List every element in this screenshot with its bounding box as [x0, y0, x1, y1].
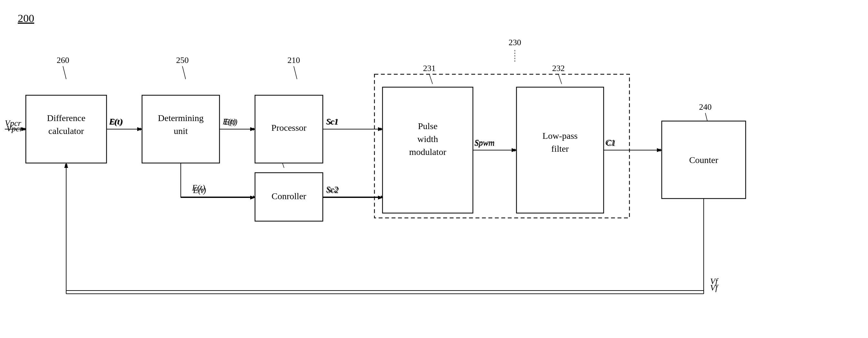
label-sc2: Sc2	[327, 186, 339, 195]
label-sc1: Sc1	[327, 117, 339, 127]
block-det-unit-label1: Determining	[158, 113, 204, 123]
label-vf: Vf	[710, 277, 719, 286]
label-et-third: E(t)	[193, 186, 206, 195]
block-lpf-label2: filter	[551, 144, 569, 154]
label-vpcr: Vpcr	[5, 119, 21, 128]
block-det-unit-label2: unit	[174, 126, 188, 136]
block-lpf-label1: Low-pass	[542, 131, 578, 141]
svg-line-0	[63, 66, 66, 79]
label-et-second: E(t)	[224, 117, 237, 127]
svg-line-2	[294, 66, 297, 79]
block-processor-label: Processor	[272, 123, 307, 133]
block-controller-label: Conroller	[272, 191, 306, 201]
block-counter-label: Counter	[689, 155, 718, 165]
block-pwm-label3: modulator	[409, 147, 446, 157]
ref-232: 232	[552, 64, 565, 73]
svg-line-1	[182, 66, 186, 79]
block-pwm-label1: Pulse	[418, 121, 438, 131]
svg-line-6	[558, 74, 562, 84]
diagram-container: 200 260 250 210 220 230 231 232 240 Diff…	[0, 0, 868, 338]
ref-240: 240	[699, 102, 712, 112]
diagram-title: 200	[18, 12, 34, 24]
ref-250: 250	[176, 56, 189, 65]
block-diff-calc-label2: calculator	[49, 126, 84, 136]
ref-210: 210	[288, 56, 300, 65]
label-et-first: E(t)	[110, 117, 123, 127]
ref-231: 231	[423, 64, 436, 73]
block-diff-calc-label1: Difference	[47, 113, 85, 123]
svg-line-5	[429, 74, 433, 84]
label-spwm: Spwm	[474, 139, 495, 148]
ref-230: 230	[509, 38, 521, 47]
ref-260: 260	[57, 56, 69, 65]
label-c1: C1	[606, 139, 616, 148]
block-pwm-label2: width	[417, 134, 438, 144]
